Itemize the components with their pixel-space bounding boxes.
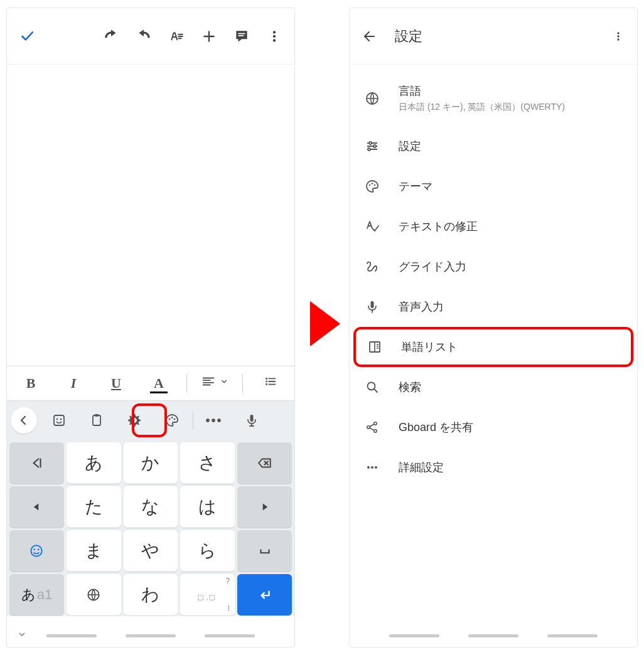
add-button[interactable]: [193, 20, 225, 53]
svg-rect-6: [54, 415, 64, 425]
svg-point-4: [266, 381, 267, 383]
redo-button[interactable]: [127, 20, 160, 53]
settings-item-voice[interactable]: 音声入力: [350, 287, 637, 327]
collapse-keyboard-button[interactable]: [17, 629, 27, 642]
key-emoji[interactable]: [9, 530, 64, 572]
text-color-button[interactable]: A: [144, 375, 174, 391]
key-sa[interactable]: さ: [180, 442, 235, 484]
theme-button[interactable]: [154, 405, 190, 435]
key-na[interactable]: な: [124, 486, 178, 528]
settings-item-language[interactable]: 言語 日本語 (12 キー), 英語（米国）(QWERTY): [350, 71, 637, 126]
keyboard: あ か さ た な は ま や ら: [7, 440, 294, 615]
svg-point-31: [374, 184, 375, 185]
key-left[interactable]: [9, 486, 64, 528]
settings-gear-button[interactable]: [116, 405, 153, 435]
settings-list: 言語 日本語 (12 キー), 英語（米国）(QWERTY) 設定 テーマ テキ…: [350, 65, 637, 494]
phone-right: 設定 言語 日本語 (12 キー), 英語（米国）(QWERTY) 設定 テーマ…: [349, 8, 638, 647]
svg-point-30: [372, 183, 373, 184]
key-a[interactable]: あ: [67, 442, 121, 484]
editor-content[interactable]: [7, 65, 294, 366]
key-ha[interactable]: は: [180, 486, 235, 528]
nav-recent[interactable]: [46, 634, 97, 637]
confirm-button[interactable]: [11, 20, 43, 53]
clipboard-button[interactable]: [78, 405, 115, 435]
key-space[interactable]: [237, 530, 292, 572]
settings-item-advanced[interactable]: 詳細設定: [350, 447, 637, 487]
text-format-button[interactable]: [160, 20, 193, 53]
settings-item-label: 検索: [399, 380, 623, 395]
backspace-icon: [257, 455, 273, 471]
bullet-list-button[interactable]: [255, 375, 286, 392]
check-icon: [19, 28, 35, 45]
gesture-icon: [365, 259, 380, 274]
key-enter[interactable]: [237, 574, 292, 615]
sliders-icon: [365, 139, 380, 154]
svg-point-2: [273, 39, 276, 41]
back-button[interactable]: [356, 29, 384, 44]
italic-button[interactable]: I: [58, 375, 89, 391]
settings-item-label: Gboard を共有: [399, 420, 623, 435]
key-punct[interactable]: ? 、 !: [180, 574, 235, 615]
comment-button[interactable]: [225, 20, 258, 53]
key-ma[interactable]: ま: [67, 530, 121, 572]
settings-item-wordlist[interactable]: 単語リスト: [353, 327, 633, 367]
key-reverse-tab[interactable]: [9, 442, 64, 484]
more-button[interactable]: [606, 30, 631, 43]
nav-home[interactable]: [468, 634, 518, 637]
key-ya[interactable]: や: [124, 530, 178, 572]
reverse-tab-icon: [28, 455, 45, 471]
nav-home[interactable]: [126, 634, 176, 637]
settings-item-label: 言語: [399, 83, 623, 99]
punct-icon: 、: [198, 588, 218, 602]
separator: [186, 374, 187, 393]
svg-point-24: [617, 38, 619, 40]
svg-point-8: [60, 418, 62, 420]
mode-en-label: a1: [37, 587, 52, 603]
key-ta[interactable]: た: [67, 486, 121, 528]
settings-item-share[interactable]: Gboard を共有: [350, 407, 637, 447]
svg-point-27: [373, 145, 376, 147]
underline-button[interactable]: U: [101, 375, 131, 391]
more-button[interactable]: [258, 20, 291, 53]
align-left-icon: [201, 375, 215, 388]
separator: [193, 412, 193, 429]
key-backspace[interactable]: [237, 442, 292, 484]
format-bar: B I U A: [7, 366, 294, 401]
settings-item-search[interactable]: 検索: [350, 367, 637, 407]
nav-back[interactable]: [205, 634, 255, 637]
nav-back[interactable]: [547, 634, 598, 637]
triangle-right-icon: [257, 499, 273, 515]
key-ka[interactable]: か: [124, 442, 178, 484]
android-navbar: [7, 624, 294, 647]
sub-label: !: [228, 604, 230, 613]
mic-icon: [365, 299, 380, 314]
undo-button[interactable]: [95, 20, 127, 53]
svg-point-26: [369, 142, 372, 144]
arrow-left-icon: [362, 29, 377, 44]
more-tools-button[interactable]: •••: [196, 405, 232, 435]
sticker-button[interactable]: [41, 405, 77, 435]
nav-recent[interactable]: [389, 634, 439, 637]
svg-point-0: [273, 31, 276, 33]
key-mode-switch[interactable]: あa1: [9, 574, 64, 615]
align-button[interactable]: [200, 375, 230, 392]
key-ra[interactable]: ら: [180, 530, 235, 572]
chevron-down-icon: [17, 629, 27, 639]
key-globe[interactable]: [67, 574, 121, 615]
kbd-back-button[interactable]: [11, 407, 37, 434]
settings-item-text-correction[interactable]: テキストの修正: [350, 206, 637, 247]
svg-rect-19: [198, 595, 203, 600]
settings-item-label: 設定: [399, 139, 623, 154]
key-right[interactable]: [237, 486, 292, 528]
settings-item-preferences[interactable]: 設定: [350, 126, 637, 166]
svg-point-36: [374, 422, 377, 424]
key-wa[interactable]: わ: [124, 574, 178, 615]
settings-item-glide[interactable]: グライド入力: [350, 247, 637, 287]
svg-rect-32: [371, 301, 374, 308]
svg-point-38: [367, 466, 370, 469]
globe-icon: [365, 91, 380, 106]
book-icon: [367, 339, 382, 354]
mic-button[interactable]: [233, 405, 270, 435]
bold-button[interactable]: B: [16, 375, 46, 391]
settings-item-theme[interactable]: テーマ: [350, 166, 637, 206]
